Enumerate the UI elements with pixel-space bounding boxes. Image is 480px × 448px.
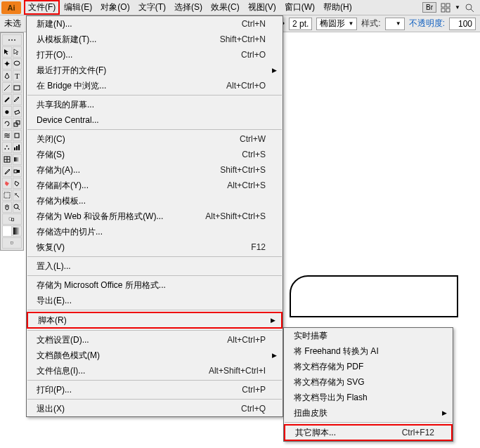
file-menu-item-13[interactable]: 存储为模板...	[27, 193, 283, 209]
direct-selection-tool[interactable]	[13, 46, 22, 58]
style-swatch[interactable]: ▼	[385, 18, 405, 30]
slice-tool[interactable]	[13, 190, 22, 201]
selection-label: 未选	[4, 18, 21, 29]
scale-tool[interactable]	[13, 118, 22, 129]
file-menu-item-3[interactable]: 最近打开的文件(F)▶	[27, 62, 283, 78]
file-menu-item-23[interactable]: 脚本(R)▶	[27, 312, 283, 329]
file-menu-item-31[interactable]: 退出(X)Ctrl+Q	[27, 401, 283, 416]
script-menu-item-1[interactable]: 将 Freehand 转换为 AI	[284, 343, 453, 359]
artboard-tool[interactable]	[2, 190, 12, 201]
script-menu-item-2[interactable]: 将文档存储为 PDF	[284, 359, 453, 374]
file-menu-item-1[interactable]: 从模板新建(T)...Shift+Ctrl+N	[27, 32, 283, 47]
file-menu-item-21[interactable]: 导出(E)...	[27, 293, 283, 308]
file-menu-separator	[27, 256, 282, 257]
dropdown-arrow-icon[interactable]: ▼	[455, 4, 460, 11]
paintbrush-tool[interactable]	[2, 94, 12, 105]
graph-tool[interactable]	[13, 142, 22, 153]
menu-view[interactable]: 视图(V)	[244, 0, 280, 15]
stroke-style-field[interactable]: 椭圆形▼	[316, 18, 357, 30]
search-icon[interactable]	[465, 3, 474, 13]
file-menu-separator	[27, 399, 282, 400]
file-menu-item-14[interactable]: 存储为 Web 和设备所用格式(W)...Alt+Shift+Ctrl+S	[27, 209, 283, 224]
file-menu-item-2[interactable]: 打开(O)...Ctrl+O	[27, 47, 283, 62]
toolbox-handle[interactable]: ⋯	[2, 34, 22, 46]
menu-object[interactable]: 对象(O)	[96, 0, 134, 15]
screen-mode[interactable]	[2, 237, 22, 249]
lasso-tool[interactable]	[13, 58, 22, 70]
warp-tool[interactable]: ≋	[2, 130, 12, 141]
file-menu-item-25[interactable]: 文档设置(D)...Alt+Ctrl+P	[27, 332, 283, 348]
script-menu-item-label: 扭曲皮肤	[294, 407, 436, 419]
selection-tool[interactable]	[2, 46, 12, 58]
fill-stroke-swatch[interactable]	[2, 213, 22, 225]
type-tool[interactable]: T	[13, 70, 22, 81]
file-menu-item-9[interactable]: 关闭(C)Ctrl+W	[27, 131, 283, 147]
mesh-tool[interactable]	[2, 154, 12, 165]
rotate-tool[interactable]	[2, 118, 12, 129]
svg-rect-22	[4, 192, 10, 198]
file-menu-item-6[interactable]: 共享我的屏幕...	[27, 97, 283, 112]
file-menu-item-label: 存储为(A)...	[37, 164, 220, 176]
live-paint-select-tool[interactable]	[13, 178, 22, 189]
file-menu-item-26[interactable]: 文档颜色模式(M)▶	[27, 348, 283, 363]
svg-rect-26	[11, 218, 13, 220]
script-menu-item-shortcut: Ctrl+F12	[402, 428, 434, 437]
script-menu-item-3[interactable]: 将文档存储为 SVG	[284, 374, 453, 390]
free-transform-tool[interactable]	[13, 130, 22, 141]
symbol-sprayer-tool[interactable]: ∴	[2, 142, 12, 153]
file-menu-item-10[interactable]: 存储(S)Ctrl+S	[27, 147, 283, 162]
menu-edit[interactable]: 编辑(E)	[60, 0, 96, 15]
file-menu-item-20[interactable]: 存储为 Microsoft Office 所用格式...	[27, 277, 283, 293]
script-menu-item-5[interactable]: 扭曲皮肤▶	[284, 405, 453, 421]
file-menu-separator	[27, 95, 282, 95]
file-menu-item-12[interactable]: 存储副本(Y)...Alt+Ctrl+S	[27, 178, 283, 193]
script-menu-item-7[interactable]: 其它脚本...Ctrl+F12	[284, 424, 453, 441]
file-menu-item-7[interactable]: Device Central...	[27, 112, 283, 128]
svg-rect-15	[18, 145, 20, 150]
menu-help[interactable]: 帮助(H)	[319, 0, 356, 15]
file-menu-item-18[interactable]: 置入(L)...	[27, 258, 283, 274]
arrange-icon[interactable]	[441, 3, 450, 13]
script-menu-item-0[interactable]: 实时描摹	[284, 328, 453, 343]
pencil-tool[interactable]	[13, 94, 22, 105]
file-menu-item-27[interactable]: 文件信息(I)...Alt+Shift+Ctrl+I	[27, 363, 283, 378]
stroke-weight-field[interactable]: 2 pt.	[289, 18, 312, 30]
file-menu-item-shortcut: Ctrl+O	[241, 50, 266, 60]
script-menu-item-label: 将 Freehand 转换为 AI	[294, 345, 436, 357]
menu-select[interactable]: 选择(S)	[170, 0, 207, 15]
bridge-button[interactable]: Br	[422, 2, 436, 13]
gradient-tool[interactable]	[13, 154, 22, 165]
pen-tool[interactable]	[2, 70, 12, 81]
file-menu-item-29[interactable]: 打印(P)...Ctrl+P	[27, 382, 283, 397]
menu-file[interactable]: 文件(F)	[24, 0, 60, 15]
live-paint-tool[interactable]	[2, 178, 12, 189]
script-menu-item-label: 将文档存储为 PDF	[294, 361, 436, 373]
eraser-tool[interactable]	[13, 106, 22, 117]
file-menu-item-4[interactable]: 在 Bridge 中浏览...Alt+Ctrl+O	[27, 78, 283, 93]
eyedropper-tool[interactable]	[2, 166, 12, 177]
file-menu-item-shortcut: Shift+Ctrl+N	[220, 34, 266, 44]
file-menu-item-0[interactable]: 新建(N)...Ctrl+N	[27, 16, 283, 32]
line-tool[interactable]	[2, 82, 12, 93]
opacity-field[interactable]	[449, 18, 476, 30]
file-menu-item-11[interactable]: 存储为(A)...Shift+Ctrl+S	[27, 162, 283, 178]
hand-tool[interactable]	[2, 202, 12, 213]
menu-window[interactable]: 窗口(W)	[280, 0, 319, 15]
file-menu-item-label: Device Central...	[37, 115, 266, 125]
file-menu-separator	[27, 275, 282, 276]
blend-tool[interactable]	[13, 166, 22, 177]
color-mode[interactable]	[2, 225, 12, 237]
rectangle-tool[interactable]	[13, 82, 22, 93]
file-menu-dropdown: 新建(N)...Ctrl+N从模板新建(T)...Shift+Ctrl+N打开(…	[26, 15, 283, 417]
menu-type[interactable]: 文字(T)	[134, 0, 170, 15]
magic-wand-tool[interactable]: ✦	[2, 58, 12, 70]
menu-effect[interactable]: 效果(C)	[207, 0, 244, 15]
file-menu-item-16[interactable]: 恢复(V)F12	[27, 239, 283, 255]
svg-rect-2	[441, 8, 445, 12]
file-menu-item-15[interactable]: 存储选中的切片...	[27, 224, 283, 239]
opacity-label[interactable]: 不透明度:	[409, 18, 445, 29]
zoom-tool[interactable]	[13, 202, 22, 213]
script-menu-item-4[interactable]: 将文档导出为 Flash	[284, 390, 453, 405]
gradient-mode[interactable]	[13, 225, 22, 237]
blob-brush-tool[interactable]: ●	[2, 106, 12, 117]
